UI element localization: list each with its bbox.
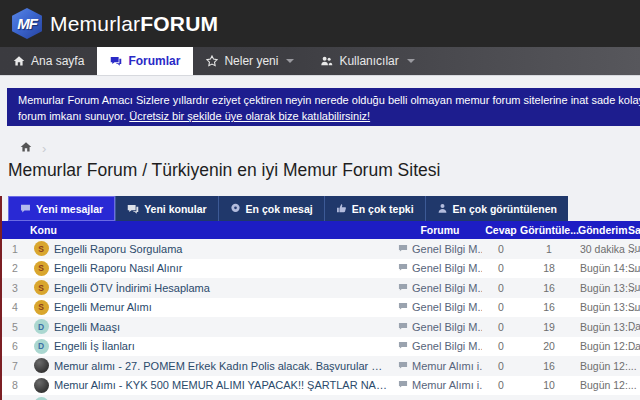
widget-tab-label: Yeni konular: [144, 203, 206, 215]
post-time[interactable]: Bugün 14:...: [578, 262, 628, 274]
tab-yeni-mesajlar[interactable]: Yeni mesajlar: [8, 196, 115, 221]
post-time[interactable]: Bugün 13:...: [578, 301, 628, 313]
table-row[interactable]: 4 S Engelli Memur Alımı Genel Bilgi M...…: [2, 298, 640, 318]
table-row[interactable]: 1 S Engelli Raporu Sorgulama Genel Bilgi…: [2, 239, 640, 259]
widget-tab-label: En çok tepki: [352, 203, 414, 215]
nav-item-label: Ana sayfa: [31, 54, 84, 68]
comment-icon: [20, 203, 31, 214]
notice-line2: forum imkanı sunuyor. Ücretsiz bir şekil…: [18, 108, 640, 124]
speech-bubble-icon: [398, 262, 408, 274]
speech-bubble-icon: [398, 282, 408, 294]
main-navigation: Ana sayfa Forumlar Neler yeni Kullanıcıl…: [0, 47, 640, 75]
tab-yeni-konular[interactable]: Yeni konular: [115, 196, 217, 221]
avatar[interactable]: [34, 378, 49, 393]
post-time[interactable]: Bugün 12:...: [578, 340, 628, 352]
topic-title-link[interactable]: Engelli İş İlanları: [54, 340, 398, 352]
views-count: 10: [520, 379, 578, 391]
speech-bubble-icon: [398, 360, 408, 372]
tab-en-çok-tepki[interactable]: En çok tepki: [324, 196, 425, 221]
table-row[interactable]: 2 S Engelli Raporu Nasıl Alınır Genel Bi…: [2, 259, 640, 279]
views-count: 18: [520, 262, 578, 274]
nav-item-kullan-c-lar[interactable]: Kullanıcılar: [307, 47, 427, 75]
avatar[interactable]: S: [34, 300, 49, 315]
row-number: 7: [2, 360, 28, 372]
tab-en-çok-mesaj[interactable]: En çok mesaj: [218, 196, 324, 221]
views-count: 19: [520, 321, 578, 333]
column-header-cevap[interactable]: Cevap: [482, 224, 520, 236]
topic-title-link[interactable]: Memur alımı - 27. POMEM Erkek Kadın Poli…: [54, 360, 398, 372]
forum-link[interactable]: Genel Bilgi M...: [398, 321, 482, 333]
forum-link[interactable]: Memur Alımı i...: [398, 360, 482, 372]
avatar[interactable]: S: [34, 241, 49, 256]
comments-icon: [110, 55, 122, 67]
column-header-forumu[interactable]: Forumu: [398, 224, 482, 236]
post-time[interactable]: Bugün 12:...: [578, 379, 628, 391]
row-number: 1: [2, 243, 28, 255]
tab-en-çok-görüntülenen[interactable]: En çok görüntülenen: [425, 196, 568, 221]
post-time[interactable]: Bugün 13:...: [578, 321, 628, 333]
nav-item-ana-sayfa[interactable]: Ana sayfa: [0, 47, 97, 75]
table-row[interactable]: 7 Memur alımı - 27. POMEM Erkek Kadın Po…: [2, 356, 640, 376]
topic-title-link[interactable]: Engelli Maaşı: [54, 321, 398, 333]
forum-link-label: Memur Alımı i...: [412, 379, 482, 391]
row-number: 6: [2, 340, 28, 352]
last-poster[interactable]: Sult: [628, 282, 640, 293]
table-row[interactable]: 6 D Engelli İş İlanları Genel Bilgi M...…: [2, 337, 640, 357]
nav-item-neler-yeni[interactable]: Neler yeni: [193, 47, 307, 75]
last-poster[interactable]: Dar: [628, 321, 640, 332]
nav-item-forumlar[interactable]: Forumlar: [97, 47, 193, 75]
replies-count: 0: [482, 301, 520, 313]
topic-title-link[interactable]: Engelli Raporu Sorgulama: [54, 243, 398, 255]
replies-count: 0: [482, 282, 520, 294]
nav-item-label: Kullanıcılar: [339, 54, 398, 68]
column-header-konu[interactable]: Konu: [2, 224, 398, 236]
forum-link-label: Genel Bilgi M...: [412, 301, 482, 313]
forum-link[interactable]: Genel Bilgi M...: [398, 301, 482, 313]
forum-link[interactable]: Genel Bilgi M...: [398, 262, 482, 274]
last-poster[interactable]: Sult: [628, 243, 640, 254]
row-number: 4: [2, 301, 28, 313]
avatar[interactable]: D: [34, 339, 49, 354]
table-row[interactable]: 8 Memur Alımı - KYK 500 MEMUR ALIMI YAPA…: [2, 376, 640, 396]
site-logo[interactable]: MF MemurlarFORUM: [10, 8, 218, 39]
post-time[interactable]: 30 dakika ...: [578, 243, 628, 255]
forum-link[interactable]: Memur Alımı i...: [398, 379, 482, 391]
column-header-sahibi[interactable]: Sa: [628, 224, 640, 236]
avatar[interactable]: S: [34, 280, 49, 295]
chevron-right-icon: ›: [42, 141, 46, 156]
comment-dot-icon: [230, 203, 241, 214]
forum-link-label: Genel Bilgi M...: [412, 243, 482, 255]
register-link[interactable]: Ücretsiz bir şekilde üye olarak bize kat…: [129, 110, 370, 122]
topic-title-link[interactable]: Engelli ÖTV İndirimi Hesaplama: [54, 282, 398, 294]
notice-line2-text: forum imkanı sunuyor.: [18, 110, 129, 122]
post-time[interactable]: Bugün 12:...: [578, 360, 628, 372]
home-icon: [13, 55, 25, 67]
avatar[interactable]: [34, 358, 49, 373]
table-row[interactable]: 3 S Engelli ÖTV İndirimi Hesaplama Genel…: [2, 278, 640, 298]
topic-title-link[interactable]: Engelli Memur Alımı: [54, 301, 398, 313]
table-row[interactable]: 9 D Engelli Hakları Genel Bilgi M... 0 1…: [2, 395, 640, 400]
home-icon[interactable]: [20, 139, 32, 157]
avatar[interactable]: D: [34, 319, 49, 334]
replies-count: 0: [482, 321, 520, 333]
last-poster[interactable]: Sult: [628, 302, 640, 313]
forum-link[interactable]: Genel Bilgi M...: [398, 340, 482, 352]
forum-link[interactable]: Genel Bilgi M...: [398, 243, 482, 255]
column-header-gonderim[interactable]: Gönderim: [578, 224, 628, 236]
topic-title-link[interactable]: Engelli Raporu Nasıl Alınır: [54, 262, 398, 274]
topic-title-link[interactable]: Memur Alımı - KYK 500 MEMUR ALIMI YAPACA…: [54, 379, 398, 391]
table-row[interactable]: 5 D Engelli Maaşı Genel Bilgi M... 0 19 …: [2, 317, 640, 337]
last-poster[interactable]: Dar: [628, 341, 640, 352]
row-number: 8: [2, 379, 28, 391]
last-poster[interactable]: Sult: [628, 263, 640, 274]
views-count: 20: [520, 340, 578, 352]
logo-suffix: FORUM: [140, 12, 218, 35]
column-header-goruntule[interactable]: Görüntüle...: [520, 224, 578, 236]
post-time[interactable]: Bugün 13:...: [578, 282, 628, 294]
logo-text: MemurlarFORUM: [50, 12, 218, 36]
forum-link[interactable]: Genel Bilgi M...: [398, 282, 482, 294]
avatar[interactable]: S: [34, 261, 49, 276]
row-number: 3: [2, 282, 28, 294]
widget-tab-label: Yeni mesajlar: [36, 203, 103, 215]
latest-posts-widget: Yeni mesajlar Yeni konular En çok mesaj …: [0, 196, 640, 400]
